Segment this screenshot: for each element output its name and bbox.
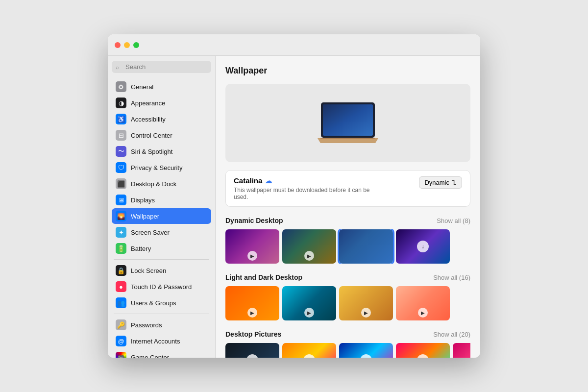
- wallpaper-thumb-dd3[interactable]: [339, 229, 393, 264]
- sidebar-item-touch-id[interactable]: ●Touch ID & Password: [112, 279, 211, 294]
- display-icon: 🖥: [116, 195, 126, 205]
- sidebar-item-game-center[interactable]: 🎮Game Center: [112, 349, 211, 358]
- play-icon: ▶: [304, 308, 314, 318]
- sidebar-item-siri[interactable]: 〜Siri & Spotlight: [112, 144, 211, 159]
- section-title-light-dark-desktop: Light and Dark Desktop: [225, 273, 302, 281]
- wallpaper-thumb-dp4[interactable]: ↓: [396, 343, 450, 358]
- sidebar-item-screen-saver[interactable]: ✦Screen Saver: [112, 224, 211, 240]
- sidebar-item-label-privacy: Privacy & Security: [131, 164, 182, 172]
- sections-container: Dynamic DesktopShow all (8)▶▶↓Light and …: [225, 217, 470, 358]
- sidebar-item-label-accessibility: Accessibility: [131, 116, 166, 123]
- system-preferences-window: ⌕ ⚙General◑Appearance♿Accessibility⊟Cont…: [108, 34, 480, 358]
- section-header-dynamic-desktop: Dynamic DesktopShow all (8): [225, 217, 470, 224]
- sidebar-item-label-displays: Displays: [131, 196, 155, 204]
- download-icon: ↓: [360, 354, 372, 358]
- wallpaper-thumb-dd2[interactable]: ▶: [282, 229, 336, 264]
- sidebar-separator: [114, 314, 209, 314]
- wallpaper-thumb-dd4[interactable]: ↓: [396, 229, 450, 264]
- download-icon: ↓: [246, 354, 258, 358]
- hand-icon: 🛡: [116, 162, 126, 173]
- main-panel: Wallpaper: [216, 56, 480, 358]
- sidebar-item-label-users-groups: Users & Groups: [131, 299, 176, 307]
- play-icon: ▶: [247, 308, 257, 318]
- fingerprint-icon: ●: [116, 281, 126, 292]
- sidebar-item-label-battery: Battery: [131, 245, 151, 252]
- play-icon: ▶: [304, 251, 314, 261]
- wallpaper-description: This wallpaper must be downloaded before…: [234, 187, 371, 200]
- sidebar-item-wallpaper[interactable]: 🌄Wallpaper: [112, 208, 211, 224]
- sidebar-item-control-center[interactable]: ⊟Control Center: [112, 127, 211, 143]
- sidebar-item-label-internet-accounts: Internet Accounts: [131, 338, 180, 345]
- download-icon: ↓: [417, 241, 429, 252]
- svg-rect-2: [323, 104, 373, 136]
- desktop-icon: ⬛: [116, 178, 126, 189]
- wallpaper-thumb-dp5[interactable]: ↓: [453, 343, 470, 358]
- window-content: ⌕ ⚙General◑Appearance♿Accessibility⊟Cont…: [108, 56, 480, 358]
- sidebar-item-desktop-dock[interactable]: ⬛Desktop & Dock: [112, 176, 211, 192]
- download-icon: ↓: [303, 354, 315, 358]
- wallpaper-info: Catalina ☁ This wallpaper must be downlo…: [225, 170, 470, 207]
- sidebar-item-accessibility[interactable]: ♿Accessibility: [112, 111, 211, 127]
- play-icon: ▶: [361, 308, 371, 318]
- search-input[interactable]: [112, 61, 211, 73]
- search-icon: ⌕: [116, 64, 119, 70]
- show-all-desktop-pictures[interactable]: Show all (20): [433, 331, 470, 338]
- key-icon: 🔑: [116, 319, 126, 330]
- sidebar-item-label-control-center: Control Center: [131, 132, 172, 139]
- person.2-icon: 👥: [116, 297, 126, 308]
- wallpaper-thumb-ld2[interactable]: ▶: [282, 286, 336, 320]
- at-icon: @: [116, 336, 126, 346]
- sidebar-item-label-touch-id: Touch ID & Password: [131, 283, 192, 291]
- wallpaper-thumb-dp1[interactable]: ↓: [225, 343, 279, 358]
- sidebar-item-lock-screen[interactable]: 🔒Lock Screen: [112, 263, 211, 278]
- wallpaper-thumb-ld4[interactable]: ▶: [396, 286, 450, 320]
- show-all-light-dark-desktop[interactable]: Show all (16): [433, 274, 470, 281]
- sidebar-item-label-passwords: Passwords: [131, 321, 162, 329]
- toggles-icon: ⊟: [116, 130, 126, 141]
- dynamic-label: Dynamic: [424, 179, 449, 186]
- wallpaper-thumb-dd1[interactable]: ▶: [225, 229, 279, 264]
- wallpaper-grid-dynamic-desktop: ▶▶↓: [225, 229, 470, 264]
- download-icon: ↓: [417, 354, 429, 358]
- panel-title: Wallpaper: [225, 66, 470, 76]
- wallpaper-thumb-dp2[interactable]: ↓: [282, 343, 336, 358]
- sidebar-item-displays[interactable]: 🖥Displays: [112, 192, 211, 208]
- wallpaper-thumb-ld3[interactable]: ▶: [339, 286, 393, 320]
- sidebar-item-battery[interactable]: 🔋Battery: [112, 241, 211, 256]
- sidebar-items-container: ⚙General◑Appearance♿Accessibility⊟Contro…: [112, 79, 211, 358]
- titlebar: [108, 34, 480, 56]
- section-title-dynamic-desktop: Dynamic Desktop: [225, 217, 283, 224]
- wallpaper-details: Catalina ☁ This wallpaper must be downlo…: [234, 176, 371, 200]
- sidebar-item-label-screen-saver: Screen Saver: [131, 229, 170, 236]
- show-all-dynamic-desktop[interactable]: Show all (8): [437, 217, 470, 224]
- section-light-dark-desktop: Light and Dark DesktopShow all (16)▶▶▶▶: [225, 273, 470, 320]
- svg-rect-3: [320, 138, 375, 139]
- sidebar-item-passwords[interactable]: 🔑Passwords: [112, 317, 211, 333]
- maximize-button[interactable]: [133, 42, 139, 48]
- minimize-button[interactable]: [124, 42, 130, 48]
- wallpaper-preview: [225, 84, 470, 162]
- wallpaper-grid-light-dark-desktop: ▶▶▶▶: [225, 286, 470, 320]
- wave-icon: 〜: [116, 146, 126, 157]
- dynamic-dropdown[interactable]: Dynamic ⇅: [419, 176, 462, 189]
- sidebar-item-internet-accounts[interactable]: @Internet Accounts: [112, 333, 211, 349]
- play-icon: ▶: [247, 251, 257, 261]
- wallpaper-thumb-dp3[interactable]: ↓: [339, 343, 393, 358]
- section-dynamic-desktop: Dynamic DesktopShow all (8)▶▶↓: [225, 217, 470, 264]
- sidebar-item-appearance[interactable]: ◑Appearance: [112, 95, 211, 111]
- sidebar-item-users-groups[interactable]: 👥Users & Groups: [112, 295, 211, 311]
- wallpaper-thumb-ld1[interactable]: ▶: [225, 286, 279, 320]
- play-icon: ▶: [418, 308, 428, 318]
- sidebar-item-general[interactable]: ⚙General: [112, 79, 211, 95]
- cloud-download-icon[interactable]: ☁: [265, 177, 272, 185]
- sidebar-item-label-wallpaper: Wallpaper: [131, 213, 159, 220]
- sidebar-separator: [114, 259, 209, 260]
- sidebar-item-privacy[interactable]: 🛡Privacy & Security: [112, 160, 211, 175]
- lock-icon: 🔒: [116, 265, 126, 276]
- wallpaper-grid-desktop-pictures: ↓↓↓↓↓: [225, 343, 470, 358]
- close-button[interactable]: [115, 42, 121, 48]
- gamepad-icon: 🎮: [116, 352, 126, 358]
- section-header-light-dark-desktop: Light and Dark DesktopShow all (16): [225, 273, 470, 281]
- sidebar-item-label-general: General: [131, 83, 153, 91]
- sidebar-item-label-desktop-dock: Desktop & Dock: [131, 180, 176, 188]
